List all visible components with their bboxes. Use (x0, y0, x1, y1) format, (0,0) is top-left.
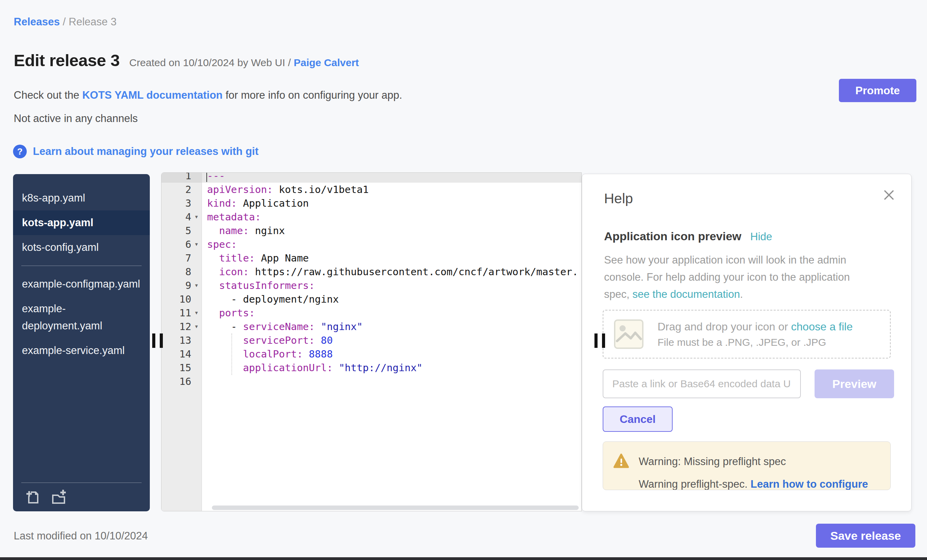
preview-button[interactable]: Preview (815, 369, 894, 398)
fold-toggle-icon[interactable]: ▾ (191, 238, 202, 251)
hide-link[interactable]: Hide (751, 231, 772, 243)
token-key: title: (219, 252, 255, 264)
token-plain (315, 334, 321, 346)
token-plain (207, 362, 243, 373)
code-text: apiVersion: kots.io/v1beta1 (202, 183, 581, 196)
created-text: Created on 10/10/2024 by Web UI / (129, 57, 294, 68)
token-plain (207, 252, 219, 264)
line-number: 1 (161, 172, 191, 183)
close-icon[interactable] (883, 188, 895, 202)
gutter-cell: 6▾ (161, 238, 202, 251)
intro-after: for more info on configuring your app. (222, 89, 402, 101)
icon-url-input[interactable] (603, 369, 801, 398)
sidebar-editor-resize-handle[interactable] (152, 334, 163, 348)
token-plain (207, 307, 219, 319)
code-line-6: 6▾spec: (161, 238, 581, 251)
add-file-icon[interactable] (25, 489, 41, 505)
code-text: applicationUrl: "http://nginx" (202, 361, 581, 375)
line-number: 10 (161, 292, 191, 306)
editor-help-resize-handle[interactable] (594, 334, 605, 348)
kots-yaml-doc-link[interactable]: KOTS YAML documentation (82, 89, 222, 101)
fold-toggle-icon[interactable]: ▾ (191, 306, 202, 320)
choose-file-link[interactable]: choose a file (791, 320, 853, 333)
file-item-example-configmap.yaml[interactable]: example-configmap.yaml (13, 272, 150, 296)
last-modified-text: Last modified on 10/10/2024 (14, 530, 148, 542)
gutter-cell: 15 (161, 361, 202, 375)
question-circle-icon: ? (13, 145, 27, 158)
bottom-edge-strip (0, 557, 927, 560)
author-link[interactable]: Paige Calvert (294, 57, 359, 68)
token-plain: nginx (249, 225, 285, 237)
icon-preview-description: See how your application icon will look … (604, 252, 875, 303)
line-number: 4 (161, 210, 191, 224)
code-text: servicePort: 80 (202, 334, 581, 347)
learn-how-to-configure-link[interactable]: Learn how to configure (751, 478, 868, 490)
token-plain (315, 321, 321, 332)
resize-bar (160, 334, 163, 348)
file-item-kots-app.yaml[interactable]: kots-app.yaml (13, 211, 150, 235)
icon-dropzone[interactable]: Drag and drop your icon or choose a file… (603, 310, 891, 358)
code-text: metadata: (202, 210, 581, 224)
file-item-kots-config.yaml[interactable]: kots-config.yaml (13, 235, 150, 260)
token-key: applicationUrl: (243, 362, 333, 373)
code-line-4: 4▾metadata: (161, 210, 581, 224)
file-list-divider (21, 266, 141, 266)
token-plain: - deployment/nginx (207, 293, 339, 305)
breadcrumb: Releases / Release 3 (14, 16, 117, 28)
git-releases-link[interactable]: Learn about managing your releases with … (33, 145, 258, 158)
sidebar-footer (21, 483, 141, 511)
see-documentation-link[interactable]: see the documentation (632, 288, 740, 300)
fold-spacer (191, 251, 202, 265)
code-text: icon: https://raw.githubusercontent.com/… (202, 265, 581, 279)
line-number: 9 (161, 279, 191, 292)
token-plain: Application (237, 197, 309, 209)
icon-preview-section: Application icon preview Hide (604, 230, 772, 243)
cancel-button[interactable]: Cancel (603, 407, 673, 432)
resize-bar (594, 334, 597, 348)
yaml-editor[interactable]: 1---2apiVersion: kots.io/v1beta13kind: A… (161, 172, 582, 511)
fold-toggle-icon[interactable]: ▾ (191, 320, 202, 334)
add-folder-icon[interactable] (51, 489, 67, 505)
token-plain: App Name (255, 252, 309, 264)
file-item-k8s-app.yaml[interactable]: k8s-app.yaml (13, 186, 150, 211)
line-number: 11 (161, 306, 191, 320)
fold-toggle-icon[interactable]: ▾ (191, 279, 202, 292)
token-plain (207, 280, 219, 291)
code-line-10: 10 - deployment/nginx (161, 292, 581, 306)
line-number: 12 (161, 320, 191, 334)
indent-guide (231, 334, 232, 375)
token-plain: https://raw.githubusercontent.com/cncf/a… (249, 266, 578, 278)
token-plain (207, 225, 219, 237)
fold-spacer (191, 347, 202, 361)
gutter-cell: 1 (161, 172, 202, 183)
save-release-button[interactable]: Save release (816, 524, 915, 548)
token-str: "nginx" (321, 321, 363, 332)
file-item-example-deployment.yaml[interactable]: example-deployment.yaml (13, 296, 150, 338)
intro-line: Check out the KOTS YAML documentation fo… (14, 89, 402, 102)
code-text: - deployment/nginx (202, 292, 581, 306)
token-plain (333, 362, 339, 373)
page-title: Edit release 3 (14, 51, 120, 70)
token-key: servicePort: (243, 334, 315, 346)
code-text (202, 375, 581, 388)
warning-detail-text: Warning preflight-spec. (639, 478, 751, 490)
fold-spacer (191, 172, 202, 183)
breadcrumb-releases-link[interactable]: Releases (14, 16, 60, 28)
code-line-8: 8 icon: https://raw.githubusercontent.co… (161, 265, 581, 279)
gutter-cell: 3 (161, 196, 202, 210)
code-line-2: 2apiVersion: kots.io/v1beta1 (161, 183, 581, 196)
editor-horizontal-scrollbar[interactable] (212, 505, 579, 510)
fold-spacer (191, 196, 202, 210)
token-key: localPort: (243, 348, 303, 360)
intro-before: Check out the (14, 89, 82, 101)
breadcrumb-separator: / (60, 16, 68, 28)
fold-toggle-icon[interactable]: ▾ (191, 210, 202, 224)
help-panel-title: Help (604, 191, 633, 206)
breadcrumb-current: Release 3 (68, 16, 117, 28)
code-line-5: 5 name: nginx (161, 224, 581, 238)
dropzone-label: Drag and drop your icon or (658, 320, 791, 333)
icon-preview-title: Application icon preview (604, 230, 742, 243)
promote-button[interactable]: Promote (839, 79, 916, 102)
file-item-example-service.yaml[interactable]: example-service.yaml (13, 338, 150, 363)
fold-spacer (191, 265, 202, 279)
